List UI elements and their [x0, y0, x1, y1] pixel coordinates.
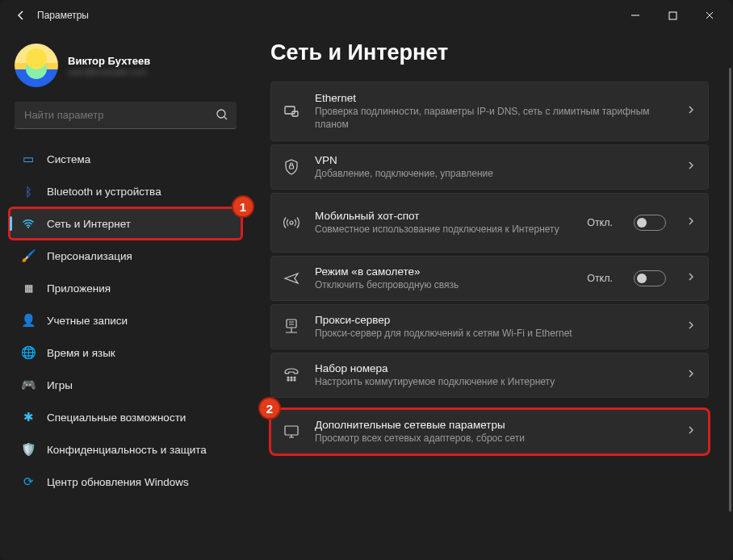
chevron-right-icon: [685, 424, 697, 439]
card-title: Режим «в самолете»: [315, 265, 574, 278]
nav-accounts[interactable]: 👤Учетные записи: [10, 305, 241, 336]
globe-icon: 🌐: [21, 345, 36, 360]
user-icon: 👤: [21, 313, 36, 328]
nav-label: Bluetooth и устройства: [47, 186, 161, 198]
chevron-right-icon: [685, 368, 697, 382]
search-box[interactable]: [15, 102, 237, 129]
nav-label: Центр обновления Windows: [47, 476, 189, 488]
minimize-button[interactable]: [617, 0, 654, 31]
card-title: Мобильный хот-спот: [315, 210, 574, 222]
update-icon: ⟳: [21, 474, 36, 489]
airplane-icon: [281, 270, 302, 286]
avatar: [15, 44, 58, 87]
shield-lock-icon: [281, 159, 302, 175]
search-icon: [216, 108, 228, 124]
card-desc: Проверка подлинности, параметры IP-и DNS…: [315, 105, 672, 131]
nav-personalization[interactable]: 🖌️Персонализация: [10, 240, 241, 271]
back-button[interactable]: [5, 0, 37, 31]
profile-block[interactable]: Виктор Бухтеев user@example.com: [8, 39, 243, 102]
scrollbar[interactable]: [729, 68, 731, 512]
card-airplane[interactable]: Режим «в самолете»Отключить беспроводную…: [270, 256, 709, 301]
phone-icon: [281, 368, 302, 382]
svg-rect-5: [290, 165, 294, 169]
airplane-toggle[interactable]: [634, 270, 666, 286]
nav-label: Специальные возможности: [47, 412, 186, 424]
search-input[interactable]: [15, 102, 237, 129]
card-title: Ethernet: [315, 92, 672, 104]
svg-point-1: [217, 110, 225, 118]
card-title: Дополнительные сетевые параметры: [315, 419, 672, 431]
nav-label: Конфиденциальность и защита: [47, 444, 207, 456]
svg-point-13: [294, 379, 295, 381]
nav-apps[interactable]: ▦Приложения: [10, 273, 241, 303]
chevron-right-icon: [685, 215, 697, 230]
page-title: Сеть и Интернет: [270, 40, 709, 65]
nav-windows-update[interactable]: ⟳Центр обновления Windows: [10, 466, 241, 497]
svg-point-2: [27, 227, 29, 228]
annotation-badge-1: 1: [232, 195, 254, 218]
nav-label: Приложения: [47, 282, 111, 295]
card-desc: Отключить беспроводную связь: [315, 278, 574, 291]
shield-icon: 🛡️: [21, 442, 36, 457]
card-desc: Настроить коммутируемое подключение к Ин…: [315, 375, 672, 388]
bluetooth-icon: ᛒ: [21, 184, 36, 199]
card-title: Набор номера: [315, 362, 672, 374]
svg-rect-0: [669, 12, 676, 19]
card-vpn[interactable]: VPNДобавление, подключение, управление: [270, 144, 709, 190]
svg-rect-3: [285, 107, 295, 114]
nav-label: Время и язык: [47, 347, 115, 359]
card-proxy[interactable]: Прокси-серверПрокси-сервер для подключен…: [270, 304, 709, 349]
maximize-button[interactable]: [654, 0, 691, 31]
svg-point-10: [294, 377, 295, 378]
card-desc: Прокси-сервер для подключений к сетям Wi…: [315, 327, 672, 340]
chevron-right-icon: [685, 320, 697, 334]
gamepad-icon: 🎮: [21, 378, 36, 392]
nav-label: Игры: [47, 379, 73, 391]
app-title: Параметры: [37, 10, 89, 21]
chevron-right-icon: [685, 271, 697, 286]
card-ethernet[interactable]: EthernetПроверка подлинности, параметры …: [270, 81, 709, 141]
hotspot-toggle[interactable]: [634, 215, 666, 231]
nav-label: Персонализация: [47, 250, 132, 262]
nav-gaming[interactable]: 🎮Игры: [10, 370, 241, 400]
svg-point-6: [290, 221, 293, 224]
svg-point-11: [287, 379, 289, 381]
nav-label: Учетные записи: [47, 315, 128, 327]
card-hotspot[interactable]: Мобильный хот-спотСовместное использован…: [270, 193, 709, 253]
chevron-right-icon: [685, 104, 697, 119]
nav-label: Сеть и Интернет: [47, 218, 131, 230]
toggle-status: Откл.: [587, 273, 613, 284]
toggle-status: Откл.: [587, 217, 613, 228]
ethernet-icon: [281, 103, 302, 119]
wifi-icon: [21, 216, 36, 231]
svg-point-12: [291, 379, 292, 381]
card-dialup[interactable]: Набор номераНастроить коммутируемое подк…: [270, 353, 709, 398]
close-button[interactable]: [691, 0, 728, 31]
chevron-right-icon: [685, 160, 697, 174]
accessibility-icon: ✱: [21, 410, 36, 424]
apps-icon: ▦: [21, 281, 36, 295]
nav-network[interactable]: Сеть и Интернет 1: [10, 208, 241, 239]
proxy-icon: [281, 319, 302, 335]
card-desc: Добавление, подключение, управление: [315, 167, 672, 180]
svg-point-9: [291, 377, 292, 378]
monitor-icon: [281, 424, 302, 439]
svg-rect-7: [287, 320, 296, 328]
nav-bluetooth[interactable]: ᛒBluetooth и устройства: [10, 176, 241, 207]
card-desc: Совместное использование подключения к И…: [315, 223, 574, 236]
card-desc: Просмотр всех сетевых адаптеров, сброс с…: [315, 432, 672, 445]
card-title: Прокси-сервер: [315, 314, 672, 326]
svg-rect-14: [285, 426, 298, 435]
hotspot-icon: [281, 215, 302, 231]
profile-name: Виктор Бухтеев: [68, 55, 150, 67]
nav-system[interactable]: ▭Система: [10, 144, 241, 174]
nav-label: Система: [47, 153, 90, 165]
card-title: VPN: [315, 154, 672, 166]
nav-accessibility[interactable]: ✱Специальные возможности: [10, 402, 241, 433]
nav-privacy[interactable]: 🛡️Конфиденциальность и защита: [10, 434, 241, 465]
card-advanced-network[interactable]: 2 Дополнительные сетевые параметрыПросмо…: [270, 409, 709, 454]
brush-icon: 🖌️: [21, 249, 36, 263]
profile-email: user@example.com: [68, 67, 150, 77]
display-icon: ▭: [21, 152, 36, 166]
nav-time-language[interactable]: 🌐Время и язык: [10, 337, 241, 368]
